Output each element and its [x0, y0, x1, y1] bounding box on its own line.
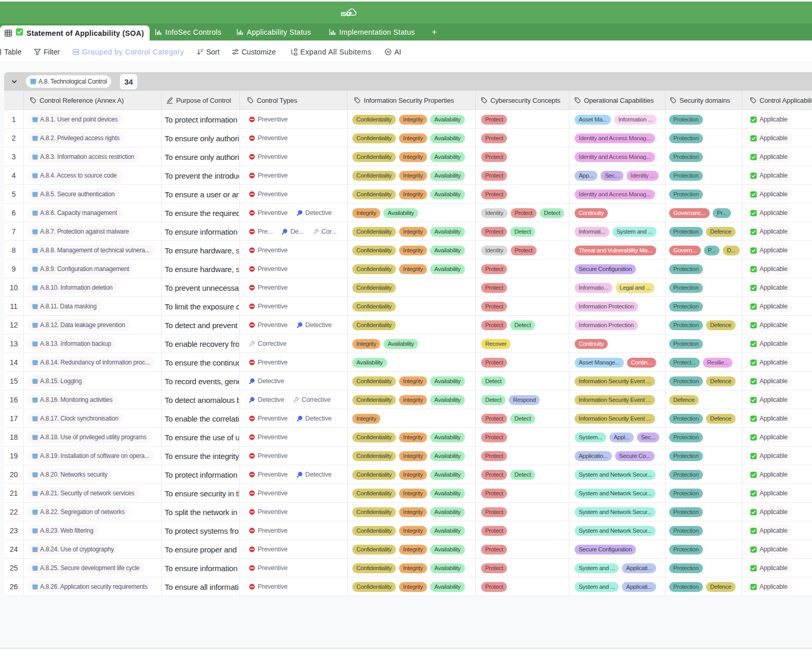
svg-text:AI: AI [387, 50, 390, 53]
